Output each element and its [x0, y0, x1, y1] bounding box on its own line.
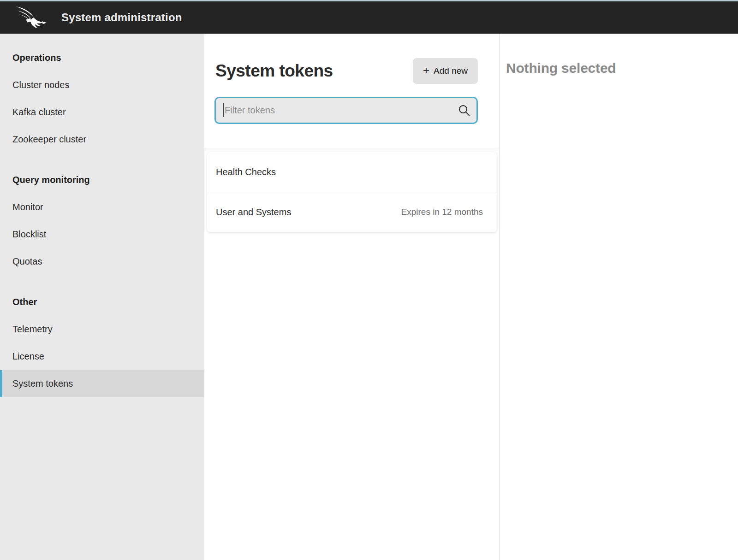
token-name: Health Checks	[216, 167, 276, 177]
sidebar-item-cluster-nodes[interactable]: Cluster nodes	[0, 71, 204, 99]
sidebar-item-kafka-cluster[interactable]: Kafka cluster	[0, 99, 204, 126]
sidebar-item-blocklist[interactable]: Blocklist	[0, 221, 204, 248]
sidebar-group-heading: Query monitoring	[0, 166, 204, 194]
text-cursor	[223, 103, 224, 117]
sidebar-group-operations: OperationsCluster nodesKafka clusterZook…	[0, 44, 204, 153]
token-row-user-and-systems[interactable]: User and SystemsExpires in 12 months	[207, 192, 497, 232]
plus-icon: +	[423, 65, 429, 76]
sidebar-group-heading: Other	[0, 289, 204, 316]
crowdstrike-falcon-logo-icon	[14, 6, 49, 29]
add-new-button[interactable]: + Add new	[413, 58, 478, 84]
sidebar-group-heading: Operations	[0, 44, 204, 71]
top-bar: System administration	[0, 1, 738, 34]
token-name: User and Systems	[216, 207, 291, 218]
detail-panel: Nothing selected	[500, 34, 738, 560]
sidebar-group-other: OtherTelemetryLicenseSystem tokens	[0, 289, 204, 397]
sidebar-nav: OperationsCluster nodesKafka clusterZook…	[0, 34, 204, 560]
tokens-panel: System tokens + Add new Health ChecksUse…	[204, 34, 500, 560]
token-list: Health ChecksUser and SystemsExpires in …	[207, 152, 497, 232]
sidebar-item-license[interactable]: License	[0, 343, 204, 370]
tokens-panel-header: System tokens + Add new	[204, 34, 499, 148]
page-title: System tokens	[214, 61, 333, 81]
sidebar-item-telemetry[interactable]: Telemetry	[0, 316, 204, 343]
main-layout: OperationsCluster nodesKafka clusterZook…	[0, 34, 738, 560]
sidebar-item-monitor[interactable]: Monitor	[0, 194, 204, 221]
title-row: System tokens + Add new	[214, 58, 478, 84]
sidebar-group-query-monitoring: Query monitoringMonitorBlocklistQuotas	[0, 166, 204, 275]
filter-tokens-input[interactable]	[214, 97, 478, 124]
sidebar-item-zookeeper-cluster[interactable]: Zookeeper cluster	[0, 126, 204, 153]
app-title: System administration	[61, 11, 182, 24]
sidebar-item-quotas[interactable]: Quotas	[0, 248, 204, 275]
token-row-health-checks[interactable]: Health Checks	[207, 152, 497, 192]
filter-field-wrapper	[214, 97, 478, 124]
sidebar-item-system-tokens[interactable]: System tokens	[0, 370, 204, 397]
empty-state-message: Nothing selected	[506, 60, 738, 76]
add-new-button-label: Add new	[434, 66, 468, 76]
token-expiry: Expires in 12 months	[401, 207, 483, 217]
